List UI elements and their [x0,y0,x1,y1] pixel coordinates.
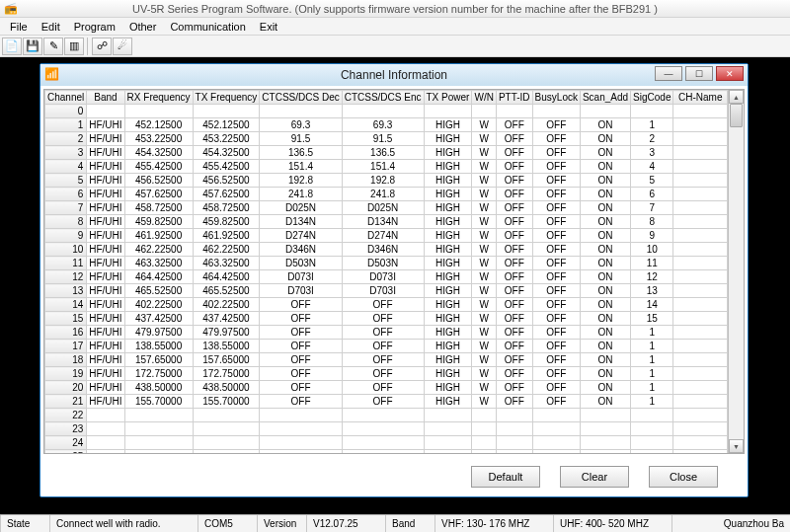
cell[interactable]: 172.75000 [193,367,260,381]
col-header[interactable]: CTCSS/DCS Dec [260,91,342,105]
cell[interactable]: ON [580,326,630,340]
cell[interactable]: OFF [260,381,342,395]
cell[interactable]: 464.42500 [193,270,260,284]
cell[interactable]: HF/UHI [87,243,124,257]
cell[interactable]: HF/UHI [87,215,124,229]
cell[interactable] [472,450,497,454]
cell[interactable]: 69.3 [260,118,342,132]
cell[interactable]: 1 [631,381,673,395]
cell[interactable]: HIGH [424,243,472,257]
cell[interactable]: OFF [532,284,580,298]
cell[interactable]: OFF [532,395,580,409]
cell[interactable]: 465.52500 [193,284,260,298]
cell[interactable]: ON [580,215,630,229]
close-button[interactable]: ✕ [716,66,744,81]
menu-communication[interactable]: Communication [164,20,251,34]
cell[interactable]: 462.22500 [193,243,260,257]
row-header[interactable]: 23 [45,422,87,436]
row-header[interactable]: 5 [45,174,87,188]
cell[interactable]: OFF [342,340,424,353]
cell[interactable]: OFF [496,340,532,353]
cell[interactable]: 8 [631,215,673,229]
cell[interactable] [673,270,728,284]
cell[interactable]: 461.92500 [193,229,260,243]
cell[interactable] [87,422,124,436]
cell[interactable] [424,409,472,422]
cell[interactable] [580,409,630,422]
cell[interactable] [673,105,728,118]
table-row[interactable]: 2HF/UHI453.22500453.2250091.591.5HIGHWOF… [45,132,728,146]
table-row[interactable]: 18HF/UHI157.65000157.65000OFFOFFHIGHWOFF… [45,353,728,367]
tool-write-icon[interactable]: ▥ [64,38,84,55]
cell[interactable]: HIGH [424,353,472,367]
cell[interactable]: ON [580,132,630,146]
cell[interactable]: HIGH [424,298,472,312]
row-header[interactable]: 12 [45,270,87,284]
cell[interactable]: OFF [532,270,580,284]
cell[interactable]: ON [580,284,630,298]
cell[interactable]: HIGH [424,160,472,174]
cell[interactable] [87,409,124,422]
cell[interactable]: OFF [532,367,580,381]
cell[interactable]: 1 [631,395,673,409]
cell[interactable] [87,105,124,118]
cell[interactable]: OFF [342,326,424,340]
cell[interactable]: 459.82500 [124,215,193,229]
cell[interactable] [532,409,580,422]
cell[interactable] [124,436,193,450]
minimize-button[interactable]: — [655,66,682,81]
cell[interactable]: OFF [342,367,424,381]
cell[interactable]: 464.42500 [124,270,193,284]
cell[interactable]: HIGH [424,284,472,298]
cell[interactable]: OFF [260,367,342,381]
cell[interactable]: OFF [532,118,580,132]
cell[interactable]: HIGH [424,146,472,160]
cell[interactable]: HIGH [424,132,472,146]
cell[interactable] [124,409,193,422]
cell[interactable] [193,436,260,450]
tool-read-icon[interactable]: ☍ [92,38,112,55]
cell[interactable]: OFF [496,312,532,326]
cell[interactable] [193,422,260,436]
cell[interactable] [631,436,673,450]
cell[interactable]: OFF [260,312,342,326]
cell[interactable]: D346N [260,243,342,257]
cell[interactable]: 453.22500 [193,132,260,146]
row-header[interactable]: 22 [45,409,87,422]
cell[interactable] [124,105,193,118]
cell[interactable] [673,422,728,436]
cell[interactable]: 136.5 [260,146,342,160]
channel-grid[interactable]: ChannelBandRX FrequencyTX FrequencyCTCSS… [43,89,745,454]
cell[interactable]: OFF [496,353,532,367]
cell[interactable]: W [472,395,497,409]
cell[interactable]: OFF [496,395,532,409]
cell[interactable]: W [472,201,497,215]
row-header[interactable]: 10 [45,243,87,257]
cell[interactable]: HF/UHI [87,188,124,201]
tool-new-icon[interactable]: 📄 [2,38,22,55]
cell[interactable]: OFF [532,381,580,395]
cell[interactable]: 458.72500 [193,201,260,215]
cell[interactable]: 172.75000 [124,367,193,381]
cell[interactable]: 13 [631,284,673,298]
cell[interactable]: HIGH [424,215,472,229]
cell[interactable] [496,450,532,454]
table-row[interactable]: 15HF/UHI437.42500437.42500OFFOFFHIGHWOFF… [45,312,728,326]
cell[interactable]: 462.22500 [124,243,193,257]
cell[interactable]: OFF [496,146,532,160]
cell[interactable]: W [472,340,497,353]
cell[interactable]: ON [580,395,630,409]
cell[interactable]: HF/UHI [87,118,124,132]
cell[interactable]: OFF [496,118,532,132]
cell[interactable]: HIGH [424,257,472,270]
row-header[interactable]: 13 [45,284,87,298]
cell[interactable]: ON [580,298,630,312]
cell[interactable]: OFF [532,257,580,270]
cell[interactable]: HIGH [424,367,472,381]
cell[interactable] [496,422,532,436]
cell[interactable] [673,353,728,367]
cell[interactable]: D274N [342,229,424,243]
cell[interactable] [673,298,728,312]
cell[interactable] [193,105,260,118]
cell[interactable] [260,450,342,454]
